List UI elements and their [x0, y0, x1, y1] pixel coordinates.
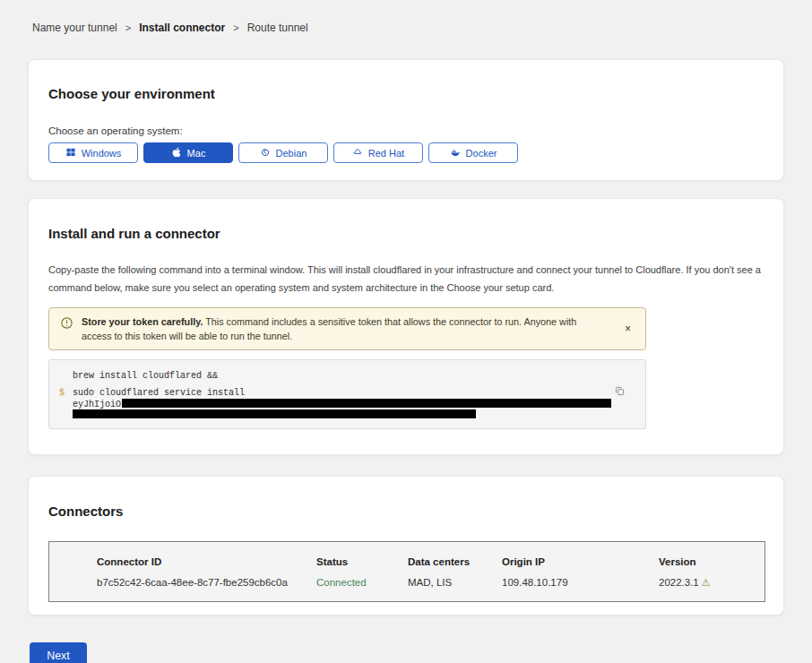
os-button-label: Docker — [466, 148, 497, 159]
os-button-debian[interactable]: Debian — [238, 142, 328, 163]
origin-ip-cell: 109.48.10.179 — [502, 576, 659, 589]
shell-prompt: $ — [59, 388, 65, 399]
copy-button[interactable] — [614, 385, 626, 397]
close-icon[interactable]: × — [625, 323, 631, 334]
table-row: b7c52c42-6caa-48ee-8c77-fbe259cb6c0a Con… — [97, 576, 764, 589]
table-header-row: Connector ID Status Data centers Origin … — [97, 555, 764, 568]
os-button-label: Windows — [82, 148, 122, 159]
os-button-mac[interactable]: Mac — [143, 142, 233, 163]
os-button-label: Debian — [276, 148, 307, 159]
breadcrumb: Name your tunnel > Install connector > R… — [0, 0, 812, 34]
os-select-label: Choose an operating system: — [48, 125, 764, 136]
next-button[interactable]: Next — [30, 642, 87, 663]
breadcrumb-separator: > — [233, 22, 238, 33]
connectors-table: Connector ID Status Data centers Origin … — [48, 541, 765, 602]
connector-id-cell: b7c52c42-6caa-48ee-8c77-fbe259cb6c0a — [97, 576, 316, 589]
column-header-connector-id: Connector ID — [97, 555, 316, 568]
install-connector-card: Install and run a connector Copy-paste t… — [28, 198, 784, 455]
redacted-token-bar — [73, 409, 476, 418]
code-line-brew: brew install cloudflared && — [73, 370, 592, 382]
os-button-label: Red Hat — [368, 148, 404, 159]
breadcrumb-step-route-tunnel[interactable]: Route tunnel — [247, 22, 308, 34]
version-cell: 2022.3.1⚠ — [659, 576, 764, 589]
code-line-token: eyJhIjoiO — [73, 399, 592, 409]
callout-title: Store your token carefully. — [82, 316, 203, 327]
os-button-docker[interactable]: Docker — [428, 142, 518, 163]
column-header-data-centers: Data centers — [408, 555, 502, 568]
redhat-icon — [352, 147, 363, 159]
windows-icon — [65, 147, 76, 159]
os-button-windows[interactable]: Windows — [48, 142, 138, 163]
os-button-redhat[interactable]: Red Hat — [333, 142, 423, 163]
version-warning-icon: ⚠ — [702, 577, 711, 588]
status-cell: Connected — [316, 576, 408, 589]
token-prefix: eyJhIjoiO — [73, 400, 121, 409]
code-line-install: $sudo cloudflared service install — [73, 388, 592, 399]
os-button-label: Mac — [187, 148, 206, 159]
version-value: 2022.3.1 — [659, 577, 699, 588]
debian-icon — [260, 147, 271, 159]
breadcrumb-step-install-connector[interactable]: Install connector — [139, 22, 225, 34]
choose-environment-card: Choose your environment Choose an operat… — [28, 59, 784, 181]
connectors-card: Connectors Connector ID Status Data cent… — [28, 476, 784, 616]
column-header-version: Version — [659, 555, 764, 568]
connectors-card-title: Connectors — [48, 504, 764, 519]
breadcrumb-separator: > — [125, 22, 131, 33]
install-command-text: sudo cloudflared service install — [73, 388, 245, 398]
apple-icon — [171, 147, 182, 159]
install-description: Copy-paste the following command into a … — [48, 261, 765, 297]
data-centers-cell: MAD, LIS — [408, 576, 502, 589]
install-command-code-block: brew install cloudflared && $sudo cloudf… — [48, 359, 646, 429]
alert-circle-icon — [60, 316, 73, 330]
callout-text: Store your token carefully. This command… — [82, 314, 606, 343]
token-warning-callout: Store your token carefully. This command… — [48, 307, 646, 350]
install-card-title: Install and run a connector — [48, 226, 764, 241]
column-header-status: Status — [316, 555, 408, 568]
redacted-token-bar — [122, 399, 611, 408]
breadcrumb-step-name-your-tunnel[interactable]: Name your tunnel — [32, 22, 117, 34]
column-header-origin-ip: Origin IP — [502, 555, 659, 568]
os-button-group: Windows Mac Debian — [48, 142, 764, 163]
copy-icon — [614, 385, 626, 397]
environment-card-title: Choose your environment — [48, 86, 764, 101]
docker-icon — [450, 147, 461, 159]
